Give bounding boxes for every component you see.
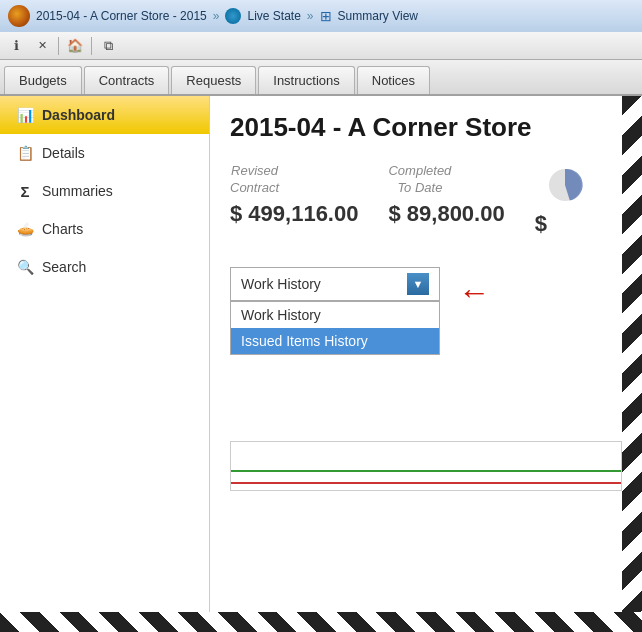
close-button[interactable]: ✕ (30, 35, 54, 57)
revised-contract-value: $ 499,116.00 (230, 201, 358, 227)
search-icon: 🔍 (16, 258, 34, 276)
title-bar: 2015-04 - A Corner Store - 2015 » Live S… (0, 0, 642, 32)
grid-icon: ⊞ (320, 8, 332, 24)
sidebar-label-summaries: Summaries (42, 183, 113, 199)
page-title: 2015-04 - A Corner Store (230, 112, 622, 143)
sidebar-label-search: Search (42, 259, 86, 275)
dropdown-arrow-button[interactable]: ▼ (407, 273, 429, 295)
zigzag-border-right (622, 96, 642, 632)
main-layout: 📊 Dashboard 📋 Details Σ Summaries 🥧 Char… (0, 96, 642, 632)
content-area: 2015-04 - A Corner Store Revised Contrac… (210, 96, 642, 632)
toolbar: ℹ ✕ 🏠 ⧉ (0, 32, 642, 60)
nav-tabs: Budgets Contracts Requests Instructions … (0, 60, 642, 96)
dropdown-header[interactable]: Work History ▼ (230, 267, 440, 301)
sidebar-label-dashboard: Dashboard (42, 107, 115, 123)
copy-button[interactable]: ⧉ (96, 35, 120, 57)
pie-chart-area (535, 163, 595, 207)
revised-contract-label: Revised Contract (230, 163, 279, 197)
sidebar-item-details[interactable]: 📋 Details (0, 134, 209, 172)
stat-revised-contract: Revised Contract $ 499,116.00 (230, 163, 358, 237)
stat-third: $ (535, 163, 595, 237)
separator1: » (213, 9, 220, 23)
sidebar-item-dashboard[interactable]: 📊 Dashboard (0, 96, 209, 134)
separator2: » (307, 9, 314, 23)
sidebar-item-summaries[interactable]: Σ Summaries (0, 172, 209, 210)
tab-notices[interactable]: Notices (357, 66, 430, 94)
summary-view-label: Summary View (338, 9, 418, 23)
dropdown-option-work-history[interactable]: Work History (231, 302, 439, 328)
arrow-indicator: ← (458, 274, 490, 311)
app-logo (8, 5, 30, 27)
completed-to-date-label: Completed To Date (388, 163, 451, 197)
sidebar-label-charts: Charts (42, 221, 83, 237)
details-icon: 📋 (16, 144, 34, 162)
dropdown-option-issued-items[interactable]: Issued Items History (231, 328, 439, 354)
sidebar: 📊 Dashboard 📋 Details Σ Summaries 🥧 Char… (0, 96, 210, 632)
dropdown-selected-label: Work History (241, 276, 321, 292)
third-value: $ (535, 211, 547, 237)
dropdown-container: Work History ▼ Work History Issued Items… (230, 267, 440, 301)
chart-area (230, 441, 622, 491)
dropdown-menu: Work History Issued Items History (230, 301, 440, 355)
tab-instructions[interactable]: Instructions (258, 66, 354, 94)
completed-to-date-value: $ 89,800.00 (388, 201, 504, 227)
charts-icon: 🥧 (16, 220, 34, 238)
app-title: 2015-04 - A Corner Store - 2015 (36, 9, 207, 23)
stat-completed-to-date: Completed To Date $ 89,800.00 (388, 163, 504, 237)
chart-bar-green (231, 470, 621, 472)
sidebar-label-details: Details (42, 145, 85, 161)
home-button[interactable]: 🏠 (63, 35, 87, 57)
pie-chart (543, 163, 587, 207)
globe-icon (225, 8, 241, 24)
toolbar-divider-1 (58, 37, 59, 55)
chart-bar-red (231, 482, 621, 484)
sidebar-item-search[interactable]: 🔍 Search (0, 248, 209, 286)
stats-row: Revised Contract $ 499,116.00 Completed … (230, 163, 622, 237)
tab-budgets[interactable]: Budgets (4, 66, 82, 94)
toolbar-divider-2 (91, 37, 92, 55)
sidebar-item-charts[interactable]: 🥧 Charts (0, 210, 209, 248)
summaries-icon: Σ (16, 182, 34, 200)
tab-contracts[interactable]: Contracts (84, 66, 170, 94)
dashboard-icon: 📊 (16, 106, 34, 124)
tab-requests[interactable]: Requests (171, 66, 256, 94)
live-state-label: Live State (247, 9, 300, 23)
info-button[interactable]: ℹ (4, 35, 28, 57)
zigzag-border-bottom (0, 612, 642, 632)
